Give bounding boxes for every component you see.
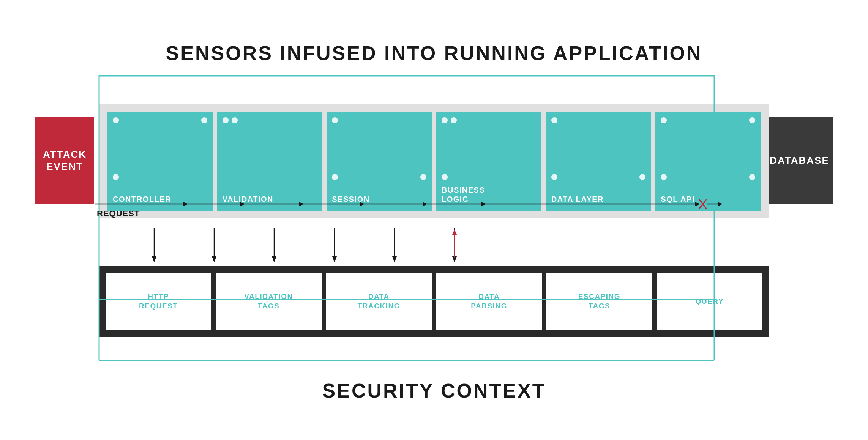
dot <box>451 117 457 123</box>
sensor-card-data-layer: DATA LAYER <box>546 112 651 211</box>
dot <box>639 174 645 180</box>
controller-dots-top <box>113 117 207 123</box>
security-context-label: SECURITY CONTEXT <box>322 380 546 402</box>
dot <box>201 117 207 123</box>
data-card-query-label: QUERY <box>696 297 724 306</box>
svg-marker-27 <box>452 229 457 235</box>
dot <box>551 174 557 180</box>
sensor-label-validation: VALIDATION <box>223 195 273 204</box>
data-card-data-parsing: DATAPARSING <box>436 273 542 330</box>
data-card-data-tracking-label: DATATRACKING <box>358 292 400 311</box>
dot <box>749 117 755 123</box>
dot <box>420 174 426 180</box>
dot <box>551 117 557 123</box>
dot <box>661 174 667 180</box>
svg-marker-25 <box>452 256 457 262</box>
svg-marker-19 <box>272 256 276 262</box>
title-text: SENSORS INFUSED INTO RUNNING APPLICATION <box>166 42 702 64</box>
svg-marker-21 <box>332 256 337 262</box>
sensor-label-business-logic: BUSINESSLOGIC <box>442 185 485 204</box>
diagram-container: REQUEST SENSORS INFUSED INTO RUNNING APP… <box>35 30 833 410</box>
sensor-card-business-logic: BUSINESSLOGIC <box>436 112 541 211</box>
data-layer-dots-top <box>551 117 646 123</box>
sensor-card-validation: VALIDATION <box>217 112 322 211</box>
data-card-data-parsing-label: DATAPARSING <box>471 292 507 311</box>
sensor-label-session: SESSION <box>332 195 369 204</box>
sensor-label-controller: CONTROLLER <box>113 195 171 204</box>
attack-event-box: ATTACKEVENT <box>35 117 94 204</box>
arrows-overlay: REQUEST <box>35 30 833 410</box>
dot <box>442 174 448 180</box>
sensor-label-data-layer: DATA LAYER <box>551 195 604 204</box>
dot <box>442 117 448 123</box>
dot <box>332 174 338 180</box>
svg-marker-17 <box>212 256 216 262</box>
main-title: SENSORS INFUSED INTO RUNNING APPLICATION <box>35 42 833 64</box>
data-card-data-tracking: DATATRACKING <box>326 273 432 330</box>
svg-marker-23 <box>392 256 397 262</box>
database-box: DATABASE <box>766 117 833 204</box>
validation-dots-top <box>223 117 317 123</box>
data-card-escaping-tags: ESCAPINGTAGS <box>546 273 652 330</box>
data-strip: HTTPREQUEST VALIDATIONTAGS DATATRACKING … <box>99 266 769 337</box>
dot <box>223 117 229 123</box>
data-card-validation-tags-label: VALIDATIONTAGS <box>244 292 293 311</box>
data-card-http-request: HTTPREQUEST <box>106 273 211 330</box>
sensor-card-session: SESSION <box>327 112 432 211</box>
attack-event-label: ATTACKEVENT <box>43 148 87 173</box>
data-card-http-request-label: HTTPREQUEST <box>139 292 178 311</box>
dot <box>661 117 667 123</box>
sensor-card-controller: CONTROLLER <box>107 112 213 211</box>
data-card-validation-tags: VALIDATIONTAGS <box>216 273 321 330</box>
sql-api-dots-top <box>661 117 755 123</box>
sensor-card-sql-api: SQL API <box>655 112 761 211</box>
dot <box>113 174 119 180</box>
security-context: SECURITY CONTEXT <box>35 379 833 402</box>
sensor-label-sql-api: SQL API <box>661 195 694 204</box>
svg-marker-15 <box>152 256 156 262</box>
dot <box>749 174 755 180</box>
data-card-query: QUERY <box>657 273 762 330</box>
business-logic-dots-top <box>442 117 536 123</box>
dot <box>113 117 119 123</box>
dot <box>332 117 338 123</box>
database-label: DATABASE <box>770 154 829 167</box>
data-card-escaping-tags-label: ESCAPINGTAGS <box>578 292 620 311</box>
sensor-cards-container: CONTROLLER VALIDATION SESSION <box>107 112 761 211</box>
session-dots-top <box>332 117 426 123</box>
dot <box>232 117 238 123</box>
